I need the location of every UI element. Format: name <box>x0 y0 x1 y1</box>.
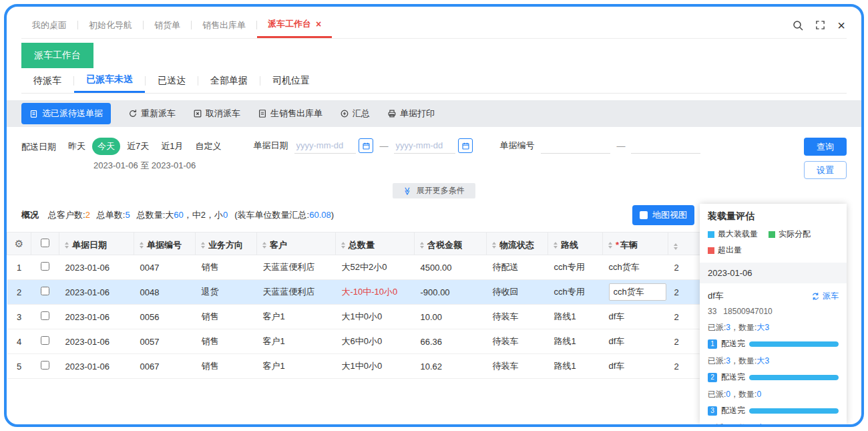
sort-icon[interactable] <box>65 242 69 249</box>
print-button[interactable]: 单据打印 <box>387 108 435 120</box>
subtab-to-dispatch[interactable]: 待派车 <box>21 68 73 93</box>
calendar-icon[interactable] <box>458 138 473 153</box>
sort-icon[interactable] <box>262 242 266 249</box>
tabbar-actions: × <box>793 12 847 38</box>
stop-row: 3 配送完 <box>708 405 839 416</box>
search-icon[interactable] <box>793 20 803 31</box>
doc-no-end-input[interactable] <box>631 138 700 154</box>
col-doc-date[interactable]: 单据日期 <box>59 233 134 255</box>
col-total-qty[interactable]: 总数量 <box>336 233 415 255</box>
close-icon[interactable]: × <box>837 19 845 32</box>
quick-today[interactable]: 今天 <box>92 138 120 155</box>
stop-sequence-badge: 3 <box>708 406 717 416</box>
cell-amount: 4500.00 <box>415 255 487 280</box>
tab-init-nav[interactable]: 初始化导航 <box>78 12 143 38</box>
redispatch-button[interactable]: 重新派车 <box>128 108 176 120</box>
quick-custom[interactable]: 自定义 <box>190 138 226 155</box>
table-row[interactable]: 1 2023-01-06 0047 销售 天蓝蓝便利店 大52中2小0 4500… <box>7 255 700 280</box>
col-route[interactable]: 路线 <box>548 233 603 255</box>
subtab-label: 待派车 <box>33 75 61 87</box>
doc-date-end-input[interactable] <box>394 138 455 154</box>
gear-icon[interactable]: ⚙ <box>15 238 23 249</box>
sort-icon[interactable] <box>492 242 496 249</box>
col-direction[interactable]: 业务方向 <box>196 233 257 255</box>
fullscreen-icon[interactable] <box>815 20 825 30</box>
summary-customers: 总客户数:2 <box>48 209 90 221</box>
cell-vehicle: df车 <box>603 305 668 329</box>
col-customer[interactable]: 客户 <box>257 233 336 255</box>
col-amount[interactable]: 含税金额 <box>415 233 487 255</box>
tab-sales-outbound[interactable]: 销售出库单 <box>192 12 256 38</box>
toolbar: 选已派待送单据 重新派车 取消派车 生销售出库单 汇总 单据打印 <box>7 100 861 127</box>
subtab-dispatched-undelivered[interactable]: 已派车未送 <box>74 68 145 93</box>
column-settings[interactable]: ⚙ <box>7 233 31 255</box>
settings-button[interactable]: 设置 <box>804 161 847 179</box>
generate-outbound-button[interactable]: 生销售出库单 <box>258 108 322 120</box>
driver-name: 33 <box>708 307 716 316</box>
quick-yesterday[interactable]: 昨天 <box>63 138 91 155</box>
cell-total-qty: 大1中0小0 <box>336 354 415 379</box>
sort-icon[interactable] <box>608 242 612 249</box>
cell-partial: 2 <box>668 329 700 354</box>
table-row[interactable]: 4 2023-01-06 0057 销售 客户1 大6中0小0 66.36 待装… <box>7 329 700 354</box>
dispatch-link[interactable]: 派车 <box>811 291 839 302</box>
query-button[interactable]: 查询 <box>804 138 847 156</box>
cancel-dispatch-button[interactable]: 取消派车 <box>193 108 240 120</box>
cell-customer: 客户1 <box>257 354 336 379</box>
tab-my-desktop[interactable]: 我的桌面 <box>21 12 77 38</box>
sort-icon[interactable] <box>201 242 205 249</box>
dispatch-icon <box>811 292 820 301</box>
sort-icon[interactable] <box>674 243 678 250</box>
refresh-icon <box>128 109 138 118</box>
map-view-button[interactable]: 地图视图 <box>632 205 694 225</box>
col-doc-no[interactable]: 单据编号 <box>134 233 196 255</box>
col-vehicle[interactable]: *车辆 <box>603 233 668 255</box>
subtab-driver-location[interactable]: 司机位置 <box>260 68 322 93</box>
vehicle-edit-input[interactable] <box>609 283 666 301</box>
select-dispatched-docs-button[interactable]: 选已派待送单据 <box>21 103 111 124</box>
cell-amount: 66.36 <box>415 329 487 354</box>
col-logistics-status[interactable]: 物流状态 <box>487 233 548 255</box>
tab-dispatch-workbench[interactable]: 派车工作台 × <box>257 12 332 38</box>
sort-icon[interactable] <box>140 242 144 249</box>
summarize-button[interactable]: 汇总 <box>340 108 370 120</box>
column-label: 业务方向 <box>208 239 243 251</box>
cell-row-index: 3 <box>7 305 31 329</box>
driver-row: 33 18500947010 <box>708 307 839 316</box>
stop-info: 已派:0，数量:0 <box>708 389 839 400</box>
sort-icon[interactable] <box>341 242 345 249</box>
stop-info-value: 大6 <box>756 423 769 427</box>
table-row[interactable]: 5 2023-01-06 0067 销售 客户1 大1中0小0 10.62 待装… <box>7 354 700 379</box>
col-partial[interactable] <box>668 233 700 255</box>
table-row[interactable]: 3 2023-01-06 0056 销售 客户1 大1中0小0 10.00 待装… <box>7 305 700 329</box>
subtab-all-documents[interactable]: 全部单据 <box>198 68 260 93</box>
stop-info: 已派:3，数量:大3 <box>708 322 839 333</box>
content-area: 概况 总客户数:2 总单数:5 总数量:大60，中2，小0 (装车单位数量汇总:… <box>7 204 861 424</box>
sort-icon[interactable] <box>554 242 558 249</box>
row-checkbox[interactable] <box>41 336 49 345</box>
quick-last-month[interactable]: 近1月 <box>156 138 188 155</box>
stop-row: 2 配送完 <box>708 372 839 383</box>
quick-last7days[interactable]: 近7天 <box>122 138 154 155</box>
expand-more-button[interactable]: ≫ 展开更多条件 <box>393 183 475 198</box>
subtab-delivered[interactable]: 已送达 <box>146 68 198 93</box>
doc-date-start-input[interactable] <box>294 138 356 154</box>
table-row-selected[interactable]: 2 2023-01-06 0048 退货 天蓝蓝便利店 大-10中-10小0 -… <box>7 280 700 305</box>
cell-route: 路线1 <box>548 305 603 329</box>
tab-sales-order[interactable]: 销货单 <box>144 12 191 38</box>
sort-icon[interactable] <box>420 242 424 249</box>
cell-vehicle: df车 <box>603 354 668 379</box>
tab-close-icon[interactable]: × <box>316 19 321 29</box>
legend: 最大装载量 实际分配 超出量 <box>708 229 839 256</box>
row-checkbox[interactable] <box>41 262 49 271</box>
row-checkbox[interactable] <box>41 311 49 320</box>
driver-phone: 18500947010 <box>723 307 772 316</box>
row-checkbox[interactable] <box>41 361 49 370</box>
select-all-checkbox[interactable] <box>41 239 49 247</box>
cell-doc-no: 0056 <box>134 305 196 329</box>
doc-no-start-input[interactable] <box>541 138 610 154</box>
doc-date-label: 单据日期 <box>253 140 288 152</box>
calendar-icon[interactable] <box>359 138 373 153</box>
load-progress-bar <box>749 375 839 380</box>
row-checkbox[interactable] <box>41 287 49 295</box>
